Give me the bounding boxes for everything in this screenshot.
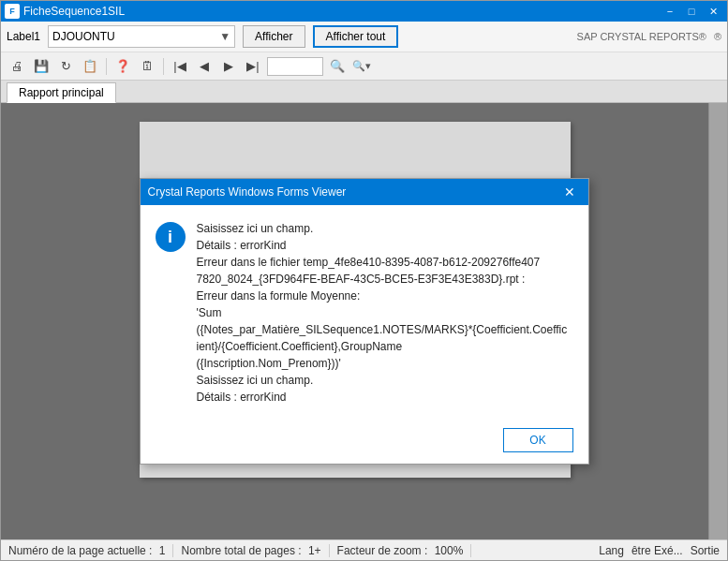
save-icon-button[interactable]: 💾 [31,56,52,77]
main-window: F FicheSequence1SIL − □ ✕ Label1 DJOUONT… [0,0,728,561]
ok-button[interactable]: OK [503,428,573,452]
sortie-label: Sortie [691,544,720,557]
maximize-button[interactable]: □ [681,3,702,20]
refresh-icon-button[interactable]: ↻ [55,56,76,77]
page-actual-label: Numéro de la page actuelle : 1 [8,544,173,557]
search-icon-button[interactable]: 🔍 [327,56,348,77]
print-icon-button[interactable]: 🖨 [7,56,27,77]
msg-line1: Saisissez ici un champ. [197,220,573,237]
exe-label: être Exé... [631,544,683,557]
titlebar: F FicheSequence1SIL − □ ✕ [1,1,727,22]
msg-line6: 'Sum [197,304,573,321]
msg-line5: Erreur dans la formule Moyenne: [197,288,573,304]
statusbar: Numéro de la page actuelle : 1 Nombre to… [1,539,727,560]
dialog-message-text: Saisissez ici un champ. Détails : errorK… [197,220,573,406]
app-icon: F [5,4,20,19]
nav-next-button[interactable]: ▶ [218,56,239,77]
window-title: FicheSequence1SIL [23,5,660,18]
dialog-titlebar: Crystal Reports Windows Forms Viewer ✕ [141,179,588,205]
tab-rapport-principal[interactable]: Rapport principal [7,82,116,103]
msg-line2: Détails : errorKind [197,237,573,254]
afficher-tout-button[interactable]: Afficher tout [313,25,399,48]
status-lang-area: Lang être Exé... Sortie [599,544,720,557]
name-dropdown[interactable]: DJOUONTU ▼ [48,25,235,48]
dialog-body: i Saisissez ici un champ. Détails : erro… [141,205,588,421]
copy-icon-button[interactable]: 📋 [80,56,100,77]
nav-last-button[interactable]: ▶| [243,56,263,77]
afficher-button[interactable]: Afficher [243,25,305,48]
msg-line8: ient}/{Coefficient.Coefficient},GroupNam… [197,338,573,355]
msg-line7: ({Notes_par_Matière_SILSequence1.NOTES/M… [197,321,573,338]
msg-line3: Erreur dans le fichier temp_4fe8e410-839… [197,254,573,271]
modal-overlay: Crystal Reports Windows Forms Viewer ✕ i… [1,103,727,539]
error-dialog: Crystal Reports Windows Forms Viewer ✕ i… [140,178,589,465]
msg-line9: ({Inscription.Nom_Prenom}))' [197,355,573,372]
dialog-close-button[interactable]: ✕ [558,181,581,203]
msg-line11: Détails : errorKind [197,389,573,406]
crystal-reports-badge: ® [714,31,721,42]
total-pages-label: Nombre total de pages : 1+ [173,544,329,557]
toolbar-row2: 🖨 💾 ↻ 📋 ❓ 🗓 |◀ ◀ ▶ ▶| 🔍 🔍▾ [1,52,727,81]
minimize-button[interactable]: − [660,3,680,20]
toolbar-separator2 [163,58,164,75]
dialog-footer: OK [141,421,588,464]
info-icon: i [156,222,186,252]
nav-prev-button[interactable]: ◀ [194,56,215,77]
tab-row: Rapport principal [1,81,727,103]
chevron-down-icon: ▼ [219,30,230,43]
label1-text: Label1 [7,30,40,43]
msg-line10: Saisissez ici un champ. [197,372,573,389]
calendar-icon-button[interactable]: 🗓 [137,56,157,77]
page-number-input[interactable] [267,57,323,76]
dropdown-value: DJOUONTU [52,30,115,43]
zoom-icon-button[interactable]: 🔍▾ [351,56,372,77]
toolbar-area: Label1 DJOUONTU ▼ Afficher Afficher tout… [1,22,727,103]
dialog-title-text: Crystal Reports Windows Forms Viewer [148,185,558,199]
lang-label: Lang [599,544,624,557]
help-icon-button[interactable]: ❓ [112,56,133,77]
sap-crystal-label: SAP CRYSTAL REPORTS® [577,31,706,42]
main-content: Veuillez... Crystal Reports Windows Form… [1,103,727,539]
msg-line4: 7820_8024_{3FD964FE-BEAF-43C5-BCE5-E3F3E… [197,271,573,288]
toolbar-row1: Label1 DJOUONTU ▼ Afficher Afficher tout… [1,22,727,52]
zoom-label: Facteur de zoom : 100% [330,544,472,557]
close-button[interactable]: ✕ [703,3,723,20]
nav-first-button[interactable]: |◀ [170,56,190,77]
titlebar-controls: − □ ✕ [660,3,723,20]
toolbar-separator [106,58,107,75]
